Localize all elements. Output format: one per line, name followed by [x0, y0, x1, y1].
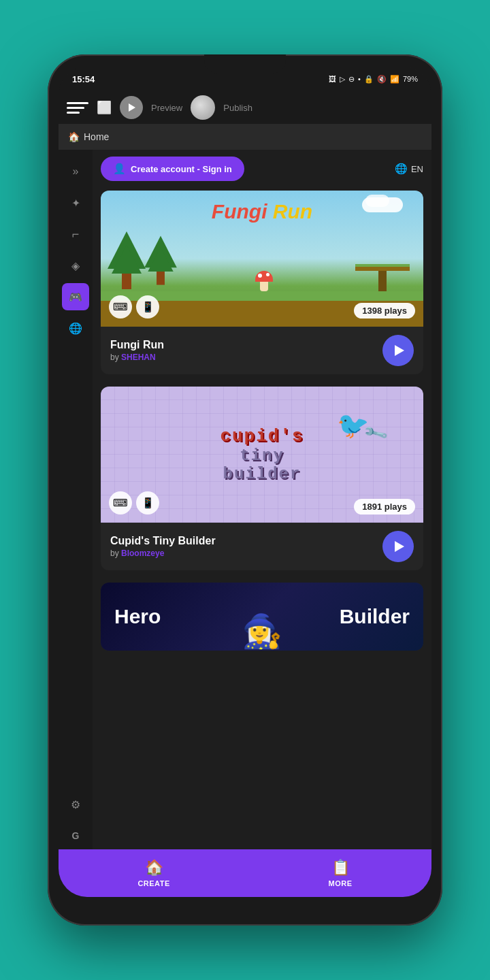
hero-bg: Hero 🧙‍♀️ Builder — [101, 583, 423, 651]
cupid-meta: Cupid's Tiny Builder by Bloomzeye — [110, 535, 216, 558]
mute-icon: 🔇 — [377, 75, 387, 84]
toolbar: ⬜ Preview Publish — [59, 91, 431, 124]
fungi-run-title: Fungi Run — [110, 339, 164, 351]
status-icons: 🖼 ▷ ⊖ • 🔒 🔇 📶 79% — [329, 75, 418, 84]
phone-screen: 15:54 🖼 ▷ ⊖ • 🔒 🔇 📶 79% ⬜ Preview Publis… — [59, 67, 431, 897]
create-tab[interactable]: 🏠 CREATE — [137, 859, 169, 887]
cupid-character: 🐦 — [337, 410, 369, 440]
fungi-run-play-button[interactable] — [382, 335, 414, 366]
content-area: 👤 Create account - Sign in 🌐 EN — [93, 150, 431, 849]
fungi-title: Fungi Run — [212, 200, 312, 223]
game-card-cupid: 🐦 🔧 cupid's tiny builder ⌨ 📱 — [101, 387, 423, 570]
game-card-hero: Hero 🧙‍♀️ Builder — [101, 583, 423, 651]
run-button[interactable] — [120, 96, 143, 119]
battery-level: 79% — [403, 75, 418, 83]
signin-button[interactable]: 👤 Create account - Sign in — [101, 157, 244, 181]
sidebar-item-grammarly[interactable]: G — [62, 822, 89, 849]
main-layout: » ✦ ⌐ ◈ 🎮 🌐 ⚙ G 👤 Create account - Sign … — [59, 150, 431, 849]
fungi-plays-badge: 1398 plays — [354, 303, 415, 318]
dot-icon: • — [358, 75, 361, 83]
cupid-play-button[interactable] — [382, 531, 414, 562]
keyboard-icon-2: ⌨ — [109, 491, 132, 514]
sidebar: » ✦ ⌐ ◈ 🎮 🌐 ⚙ G — [59, 150, 93, 849]
cupid-bg: 🐦 🔧 cupid's tiny builder ⌨ 📱 — [101, 387, 423, 523]
mobile-icon: 📱 — [136, 295, 159, 318]
mobile-icon-2: 📱 — [136, 491, 159, 514]
fungi-run-meta: Fungi Run by SHEHAN — [110, 339, 164, 362]
cupid-plays-badge: 1891 plays — [354, 499, 415, 514]
more-icon: 📋 — [331, 859, 350, 877]
control-icons-cupid: ⌨ 📱 — [109, 491, 159, 514]
status-time: 15:54 — [72, 74, 95, 84]
cupid-title: cupid's tiny builder — [220, 426, 304, 483]
sidebar-item-layers[interactable]: ◈ — [62, 252, 89, 279]
phone-frame: 15:54 🖼 ▷ ⊖ • 🔒 🔇 📶 79% ⬜ Preview Publis… — [48, 54, 442, 926]
hero-text-right: Builder — [340, 605, 410, 628]
cupid-author: by Bloomzeye — [110, 549, 216, 558]
preview-label: Preview — [151, 103, 182, 113]
game-card-fungi-run: Fungi Run — [101, 191, 423, 374]
create-icon: 🏠 — [145, 859, 163, 877]
fungi-bg: Fungi Run — [101, 191, 423, 327]
home-icon: 🏠 — [68, 131, 80, 142]
cupid-line3: builder — [223, 465, 301, 483]
fungi-run-thumbnail[interactable]: Fungi Run — [101, 191, 423, 327]
language-button[interactable]: 🌐 EN — [395, 163, 423, 175]
wifi-icon: 📶 — [390, 75, 399, 84]
signin-row: 👤 Create account - Sign in 🌐 EN — [101, 157, 423, 181]
phone-notch — [204, 54, 286, 74]
sidebar-item-draw[interactable]: ⌐ — [62, 220, 89, 248]
more-label: MORE — [329, 879, 353, 887]
translate-icon: 🌐 — [395, 163, 408, 175]
sidebar-item-effects[interactable]: ✦ — [62, 189, 89, 216]
platform — [355, 264, 410, 291]
breadcrumb[interactable]: 🏠 Home — [59, 124, 431, 150]
signin-label: Create account - Sign in — [131, 164, 232, 174]
more-tab[interactable]: 📋 MORE — [329, 859, 353, 887]
publish-label: Publish — [223, 103, 252, 113]
hero-thumbnail[interactable]: Hero 🧙‍♀️ Builder — [101, 583, 423, 651]
create-label: CREATE — [137, 879, 169, 887]
media-icon: ▷ — [340, 75, 345, 84]
cupid-thumbnail[interactable]: 🐦 🔧 cupid's tiny builder ⌨ 📱 — [101, 387, 423, 523]
cupid-title-text: Cupid's Tiny Builder — [110, 535, 216, 547]
tree-right — [144, 235, 177, 284]
cupid-info: Cupid's Tiny Builder by Bloomzeye — [101, 523, 423, 570]
sidebar-item-expand[interactable]: » — [62, 158, 89, 185]
lock-icon: 🔒 — [364, 75, 374, 84]
control-icons-fungi: ⌨ 📱 — [109, 295, 159, 318]
toggle-switch[interactable] — [191, 95, 215, 120]
breadcrumb-label: Home — [84, 131, 109, 142]
sidebar-item-settings[interactable]: ⚙ — [62, 791, 89, 818]
sidebar-item-web[interactable]: 🌐 — [62, 314, 89, 342]
fungi-run-author: by SHEHAN — [110, 353, 164, 362]
photo-icon: 🖼 — [329, 75, 336, 83]
mushroom — [255, 271, 273, 291]
cupid-line1: cupid's — [220, 426, 304, 446]
menu-button[interactable] — [67, 97, 88, 118]
keyboard-icon: ⌨ — [109, 295, 132, 318]
tree-left — [108, 231, 146, 289]
cpu-icon: ⬜ — [97, 100, 112, 115]
do-not-disturb-icon: ⊖ — [348, 75, 355, 84]
sidebar-item-games[interactable]: 🎮 — [62, 283, 89, 310]
hero-text-left: Hero — [114, 605, 161, 628]
person-icon: 👤 — [113, 163, 126, 175]
bottom-nav: 🏠 CREATE 📋 MORE — [59, 849, 431, 897]
fungi-run-info: Fungi Run by SHEHAN — [101, 327, 423, 374]
language-label: EN — [411, 164, 423, 174]
witch-character: 🧙‍♀️ — [242, 612, 282, 651]
cupid-line2: tiny — [240, 446, 284, 465]
